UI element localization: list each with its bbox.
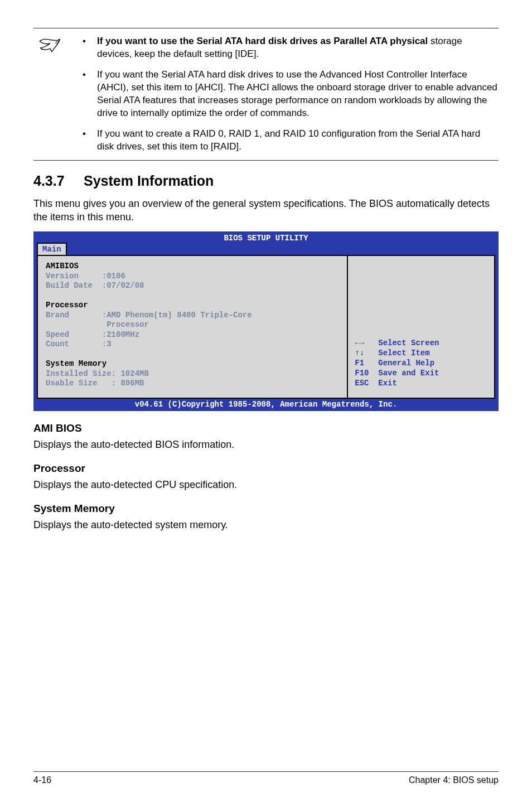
bios-help-keys: ←→Select Screen↑↓Select ItemF1General He… (355, 338, 489, 389)
sub-heading: Processor (33, 462, 499, 475)
bullet-icon: • (78, 69, 97, 120)
bios-line (46, 350, 339, 360)
pencil-note-icon (39, 46, 61, 56)
bios-help-value: General Help (378, 358, 434, 368)
bios-right-panel: ←→Select Screen↑↓Select ItemF1General He… (348, 256, 494, 398)
bullet-icon: • (78, 128, 97, 153)
bios-line: Installed Size: 1024MB (46, 369, 339, 379)
note-bold-lead: If you want to use the Serial ATA hard d… (97, 36, 428, 46)
note-text: If you want to create a RAID 0, RAID 1, … (97, 128, 499, 153)
bios-left-panel: AMIBIOSVersion :0106Build Date :07/02/08… (38, 256, 348, 398)
page-footer: 4-16 Chapter 4: BIOS setup (33, 771, 499, 785)
sub-paragraph: Displays the auto-detected system memory… (33, 518, 499, 532)
sub-heading: System Memory (33, 503, 499, 515)
bullet-icon: • (78, 35, 97, 61)
note-block: • If you want to use the Serial ATA hard… (33, 28, 499, 161)
bios-help-value: Exit (378, 378, 397, 388)
intro-paragraph: This menu gives you an overview of the g… (33, 197, 499, 224)
bios-screenshot: BIOS SETUP UTILITY Main AMIBIOSVersion :… (33, 231, 499, 411)
bios-line: Processor (46, 320, 339, 330)
sub-paragraph: Displays the auto-detected BIOS informat… (33, 438, 499, 451)
note-list: • If you want to use the Serial ATA hard… (78, 35, 499, 153)
section-title: System Information (84, 173, 214, 189)
bios-help-key: ↑↓ (355, 348, 378, 358)
bios-header: BIOS SETUP UTILITY (33, 231, 499, 243)
bios-line (46, 291, 339, 301)
sub-paragraph: Displays the auto-detected CPU specifica… (33, 478, 499, 491)
note-item: • If you want the Serial ATA hard disk d… (78, 69, 499, 120)
bios-footer: v04.61 (C)Copyright 1985-2008, American … (33, 399, 499, 411)
note-icon-wrap (33, 35, 78, 153)
bios-line: Brand :AMD Phenom(tm) 8400 Triple-Core (46, 311, 339, 321)
bios-line: Speed :2100MHz (46, 330, 339, 340)
bios-line: Processor (46, 301, 339, 311)
section-number: 4.3.7 (33, 173, 84, 189)
bios-help-value: Select Screen (378, 338, 439, 348)
note-item: • If you want to use the Serial ATA hard… (78, 35, 499, 61)
bios-help-row: ESCExit (355, 378, 489, 388)
bios-help-row: ←→Select Screen (355, 338, 489, 348)
chapter-label: Chapter 4: BIOS setup (409, 775, 499, 785)
bios-content: AMIBIOSVersion :0106Build Date :07/02/08… (37, 255, 495, 399)
sub-heading: AMI BIOS (33, 422, 499, 434)
page-number: 4-16 (33, 775, 51, 785)
bios-line: Count :3 (46, 340, 339, 350)
bios-help-key: F1 (355, 358, 378, 368)
note-item: • If you want to create a RAID 0, RAID 1… (78, 128, 499, 153)
bios-help-key: F10 (355, 368, 378, 378)
note-text: If you want the Serial ATA hard disk dri… (97, 69, 499, 120)
bios-tabbar: Main (33, 243, 499, 255)
bios-help-row: F10Save and Exit (355, 368, 489, 378)
bios-help-key: ESC (355, 378, 378, 388)
bios-line: System Memory (46, 359, 339, 369)
section-heading: 4.3.7System Information (33, 173, 499, 189)
bios-help-row: F1General Help (355, 358, 489, 368)
note-text: If you want to use the Serial ATA hard d… (97, 35, 499, 61)
bios-help-key: ←→ (355, 338, 378, 348)
bios-help-row: ↑↓Select Item (355, 348, 489, 358)
bios-line: Build Date :07/02/08 (46, 281, 339, 291)
bios-line: AMIBIOS (46, 262, 339, 272)
bios-line: Usable Size : 896MB (46, 379, 339, 389)
bios-help-value: Save and Exit (378, 368, 439, 378)
bios-help-value: Select Item (378, 348, 429, 358)
bios-tab-main: Main (37, 243, 67, 255)
bios-line: Version :0106 (46, 272, 339, 282)
